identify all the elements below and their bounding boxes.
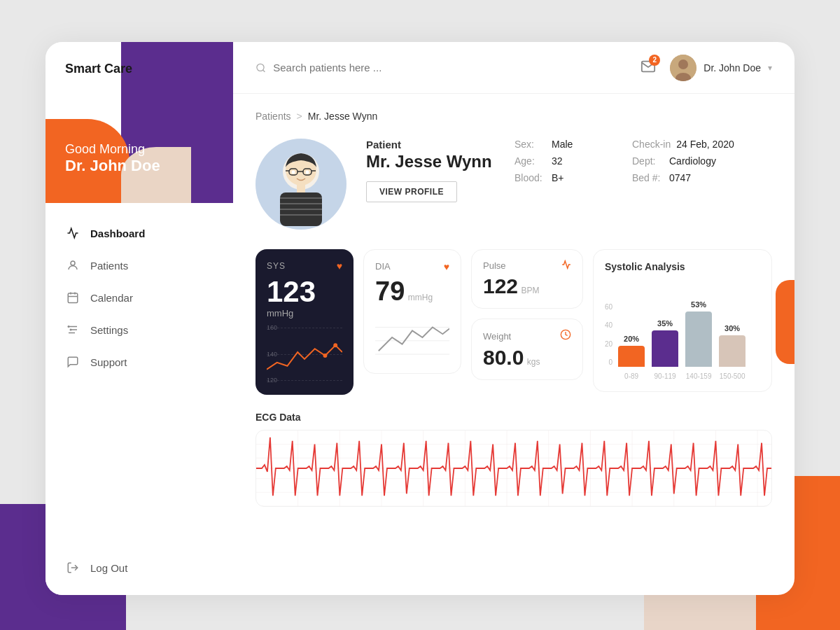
search-input[interactable]	[273, 62, 629, 74]
checkin-value: 24 Feb, 2020	[676, 139, 734, 150]
dia-label: DIA	[375, 261, 391, 272]
patient-name: Mr. Jesse Wynn	[366, 152, 495, 172]
bar-group-0-89: 20% 0-89	[618, 335, 645, 380]
bed-value: 0747	[669, 172, 691, 183]
weight-card-header: Weight	[483, 329, 571, 343]
dia-unit: mmHg	[408, 293, 433, 302]
sidebar-nav: Dashboard Patients Calendar	[46, 203, 233, 546]
logout-icon	[65, 560, 80, 575]
sex-label: Sex:	[514, 139, 546, 150]
pulse-card-header: Pulse	[483, 260, 571, 272]
y-label-0: 0	[605, 358, 612, 366]
dia-value-row: 79 mmHg	[375, 278, 449, 304]
sys-chart-svg	[267, 328, 342, 384]
pulse-value: 122	[483, 274, 518, 298]
nav-label-support: Support	[90, 356, 127, 368]
dashboard-icon	[65, 225, 80, 241]
svg-line-12	[263, 69, 265, 71]
notification-badge: 2	[649, 55, 660, 66]
header-doctor-name: Dr. John Doe	[704, 62, 761, 74]
y-label-20: 20	[605, 340, 612, 348]
sys-chart: 160 140 120	[267, 328, 342, 384]
dia-card-header: DIA ♥	[375, 261, 449, 272]
bar-percent-1: 35%	[657, 319, 673, 328]
pulse-card: Pulse 122 BPM	[471, 249, 583, 309]
dept-label: Dept:	[632, 155, 664, 167]
ecg-svg	[256, 430, 771, 506]
weight-value-row: 80.0 kgs	[483, 346, 571, 370]
dept-value: Cardiology	[669, 155, 716, 167]
bar-rect-2	[685, 312, 712, 367]
systolic-title: Systolic Analysis	[605, 261, 760, 272]
sidebar-item-calendar[interactable]: Calendar	[46, 281, 233, 314]
patient-avatar-image	[266, 142, 336, 226]
nav-label-calendar: Calendar	[90, 292, 133, 304]
patient-avatar	[255, 139, 346, 230]
content-area: Patients > Mr. Jesse Wynn	[233, 94, 794, 595]
breadcrumb-parent[interactable]: Patients	[255, 111, 291, 122]
nav-label-dashboard: Dashboard	[90, 227, 145, 239]
bar-percent-0: 20%	[624, 335, 639, 343]
sidebar-item-settings[interactable]: Settings	[46, 314, 233, 346]
patient-meta-1: Sex: Male Age: 32 Blood: B+	[514, 139, 612, 183]
top-header: 2 Dr. John Doe ▾	[233, 42, 794, 94]
bar-percent-3: 30%	[724, 324, 740, 332]
bar-group-140-159: 53% 140-159	[685, 300, 712, 380]
bar-range-3: 150-500	[720, 372, 746, 380]
blood-label: Blood:	[514, 172, 546, 183]
patient-details: Patient Mr. Jesse Wynn VIEW PROFILE	[366, 139, 495, 202]
bars-container: 20% 0-89 35% 90-119 53% 140-159 30% 150-…	[618, 303, 760, 380]
dia-chart	[375, 313, 449, 362]
logout-label: Log Out	[90, 562, 127, 574]
nav-label-patients: Patients	[90, 260, 128, 272]
sidebar-item-dashboard[interactable]: Dashboard	[46, 217, 233, 249]
pulse-weight-column: Pulse 122 BPM	[471, 249, 583, 380]
sys-unit: mmHg	[267, 308, 293, 318]
weight-label: Weight	[483, 331, 511, 342]
patients-icon	[65, 258, 80, 273]
ecg-section: ECG Data	[255, 412, 772, 507]
logout-button[interactable]: Log Out	[46, 546, 233, 595]
avatar	[670, 55, 696, 81]
weight-value: 80.0	[483, 346, 524, 369]
svg-point-23	[292, 171, 295, 174]
dropdown-arrow-icon: ▾	[768, 63, 772, 73]
bar-group-90-119: 35% 90-119	[652, 319, 678, 380]
sidebar-item-support[interactable]: Support	[46, 346, 233, 378]
app-logo: Smart Care	[65, 62, 132, 76]
notifications-button[interactable]: 2	[640, 59, 656, 77]
systolic-card: Systolic Analysis 60 40 20 0 20% 0-89 35…	[593, 249, 772, 392]
weight-card: Weight 80.0 kgs	[471, 318, 583, 380]
svg-point-11	[257, 64, 264, 71]
patient-title-label: Patient	[366, 139, 495, 150]
view-profile-button[interactable]: VIEW PROFILE	[366, 181, 457, 202]
stats-row: SYS ♥ 123 mmHg 160	[255, 249, 772, 395]
sys-card: SYS ♥ 123 mmHg 160	[255, 249, 354, 395]
ecg-title: ECG Data	[255, 412, 772, 423]
main-content: 2 Dr. John Doe ▾	[233, 42, 794, 595]
bar-rect-0	[618, 346, 645, 367]
bar-rect-3	[719, 335, 746, 367]
meta-age: Age: 32	[514, 155, 612, 167]
patient-info-row: Patient Mr. Jesse Wynn VIEW PROFILE Sex:…	[255, 139, 772, 230]
svg-point-0	[71, 261, 75, 265]
blood-value: B+	[552, 172, 564, 183]
sys-value: 123	[267, 275, 316, 308]
sidebar: Smart Care Good Morning Dr. John Doe Das…	[46, 42, 233, 595]
meta-blood: Blood: B+	[514, 172, 612, 183]
pulse-unit: BPM	[522, 286, 540, 295]
ecg-chart	[255, 430, 772, 507]
y-label-60: 60	[605, 303, 612, 311]
sys-card-header: SYS ♥	[267, 260, 342, 272]
y-label-40: 40	[605, 321, 612, 329]
bar-percent-2: 53%	[691, 300, 706, 309]
sidebar-hero: Smart Care Good Morning Dr. John Doe	[46, 42, 233, 203]
bar-rect-1	[652, 330, 678, 367]
svg-rect-1	[68, 293, 78, 303]
pulse-value-row: 122 BPM	[483, 274, 571, 298]
calendar-icon	[65, 290, 80, 305]
search-wrapper	[255, 62, 629, 74]
user-menu[interactable]: Dr. John Doe ▾	[670, 55, 772, 81]
weight-unit: kgs	[527, 357, 540, 367]
sidebar-item-patients[interactable]: Patients	[46, 249, 233, 281]
